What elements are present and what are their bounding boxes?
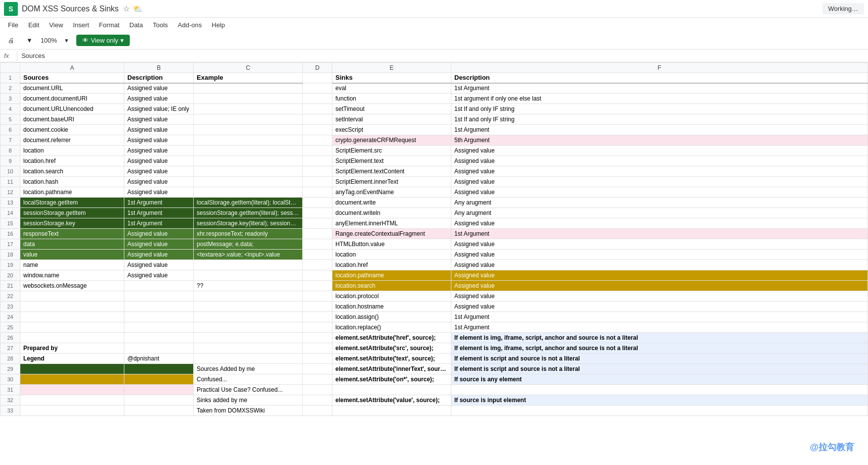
cell-22-A[interactable] — [20, 291, 124, 302]
cell-28-F[interactable]: If element is script and source is not a… — [451, 354, 868, 364]
cell-22-B[interactable] — [124, 291, 194, 302]
cell-19-E[interactable]: location.href — [332, 260, 451, 270]
cell-20-D[interactable] — [303, 270, 332, 281]
cell-12-F[interactable]: Assigned value — [451, 187, 868, 198]
cell-16-F[interactable]: 1st Argument — [451, 229, 868, 239]
cell-3-D[interactable] — [303, 94, 332, 104]
spreadsheet[interactable]: A B C D E F 1SourcesDescriptionExampleSi… — [0, 62, 868, 465]
menu-edit[interactable]: Edit — [24, 20, 43, 30]
cell-7-E[interactable]: crypto.generateCRFMRequest — [332, 135, 451, 146]
cell-2-F[interactable]: 1st Argument — [451, 83, 868, 94]
cell-25-E[interactable]: location.replace() — [332, 322, 451, 333]
cell-18-A[interactable]: value — [20, 250, 124, 260]
cell-5-D[interactable] — [303, 114, 332, 125]
cell-16-D[interactable] — [303, 229, 332, 239]
cell-4-B[interactable]: Assigned value; IE only — [124, 104, 194, 114]
cell-23-D[interactable] — [303, 302, 332, 312]
cell-31-D[interactable] — [303, 385, 332, 395]
cell-30-F[interactable]: If source is any element — [451, 374, 868, 385]
cell-21-A[interactable]: websockets.onMessage — [20, 281, 124, 291]
cell-30-C[interactable]: Confused... — [194, 374, 303, 385]
cell-15-D[interactable] — [303, 218, 332, 229]
col-header-b[interactable]: B — [124, 63, 194, 73]
cell-24-D[interactable] — [303, 312, 332, 322]
cell-20-C[interactable] — [194, 270, 303, 281]
cell-9-B[interactable]: Assigned value — [124, 156, 194, 166]
star-icon[interactable]: ☆ — [123, 4, 130, 13]
cell-1-D[interactable] — [303, 73, 332, 83]
cell-8-E[interactable]: ScriptElement.src — [332, 146, 451, 156]
col-header-d[interactable]: D — [303, 63, 332, 73]
cell-26-E[interactable]: element.setAttribute('href', source); — [332, 333, 451, 343]
menu-data[interactable]: Data — [125, 20, 147, 30]
col-header-c[interactable]: C — [194, 63, 303, 73]
cell-14-E[interactable]: document.writeln — [332, 208, 451, 218]
cell-24-F[interactable]: 1st Argument — [451, 312, 868, 322]
cell-11-E[interactable]: ScriptElement.innerText — [332, 177, 451, 187]
cell-2-B[interactable]: Assigned value — [124, 83, 194, 94]
cell-13-E[interactable]: document.write — [332, 198, 451, 208]
cell-2-C[interactable] — [194, 83, 303, 94]
cell-30-E[interactable]: element.setAttribute('on*', source); — [332, 374, 451, 385]
cell-12-E[interactable]: anyTag.onEventName — [332, 187, 451, 198]
cell-18-C[interactable]: <textarea>.value; <input>.value — [194, 250, 303, 260]
cell-23-E[interactable]: location.hostname — [332, 302, 451, 312]
cell-17-D[interactable] — [303, 239, 332, 250]
cell-21-E[interactable]: location.search — [332, 281, 451, 291]
cell-4-A[interactable]: document.URLUnencoded — [20, 104, 124, 114]
cell-23-C[interactable] — [194, 302, 303, 312]
cell-30-A[interactable] — [20, 374, 124, 385]
cell-13-B[interactable]: 1st Argument — [124, 198, 194, 208]
cell-1-A[interactable]: Sources — [20, 73, 124, 83]
menu-help[interactable]: Help — [208, 20, 229, 30]
cell-4-D[interactable] — [303, 104, 332, 114]
cell-32-D[interactable] — [303, 395, 332, 406]
cell-6-D[interactable] — [303, 125, 332, 135]
menu-insert[interactable]: Insert — [69, 20, 93, 30]
cell-29-E[interactable]: element.setAttribute('innerText', source… — [332, 364, 451, 374]
col-header-e[interactable]: E — [332, 63, 451, 73]
cell-6-E[interactable]: execScript — [332, 125, 451, 135]
cell-31-B[interactable] — [124, 385, 194, 395]
cell-15-E[interactable]: anyElement.innerHTML — [332, 218, 451, 229]
cell-9-A[interactable]: location.href — [20, 156, 124, 166]
cell-13-A[interactable]: localStorage.getItem — [20, 198, 124, 208]
cell-17-E[interactable]: HTMLButton.value — [332, 239, 451, 250]
cell-23-F[interactable]: Assigned value — [451, 302, 868, 312]
cell-13-C[interactable]: localStorage.getItem(literal); localStor… — [194, 198, 303, 208]
menu-tools[interactable]: Tools — [149, 20, 171, 30]
cell-7-F[interactable]: 5th Argument — [451, 135, 868, 146]
cell-15-C[interactable]: sessionStorage.key(literal); sessionStor… — [194, 218, 303, 229]
cell-32-C[interactable]: Sinks added by me — [194, 395, 303, 406]
cell-13-D[interactable] — [303, 198, 332, 208]
cell-24-A[interactable] — [20, 312, 124, 322]
cell-29-B[interactable] — [124, 364, 194, 374]
menu-addons[interactable]: Add-ons — [174, 20, 206, 30]
cell-32-E[interactable]: element.setAttribute('value', source); — [332, 395, 451, 406]
cell-11-C[interactable] — [194, 177, 303, 187]
cell-14-F[interactable]: Any arugment — [451, 208, 868, 218]
cell-30-B[interactable] — [124, 374, 194, 385]
cell-20-E[interactable]: location.pathname — [332, 270, 451, 281]
cell-21-D[interactable] — [303, 281, 332, 291]
cell-27-F[interactable]: If element is img, iframe, script, ancho… — [451, 343, 868, 354]
cell-31-E[interactable] — [332, 385, 451, 395]
cell-14-A[interactable]: sessionStorage.getItem — [20, 208, 124, 218]
cell-5-A[interactable]: document.baseURI — [20, 114, 124, 125]
cell-25-C[interactable] — [194, 322, 303, 333]
cell-2-E[interactable]: eval — [332, 83, 451, 94]
cell-19-B[interactable]: Assigned value — [124, 260, 194, 270]
cell-28-B[interactable]: @dpnishant — [124, 354, 194, 364]
col-header-f[interactable]: F — [451, 63, 868, 73]
cell-7-C[interactable] — [194, 135, 303, 146]
cell-31-F[interactable] — [451, 385, 868, 395]
cell-4-E[interactable]: setTimeout — [332, 104, 451, 114]
cell-1-B[interactable]: Description — [124, 73, 194, 83]
cell-28-E[interactable]: element.setAttribute('text', source); — [332, 354, 451, 364]
view-only-button[interactable]: 👁 View only ▾ — [76, 35, 129, 46]
cell-12-C[interactable] — [194, 187, 303, 198]
cell-1-C[interactable]: Example — [194, 73, 303, 83]
cell-15-B[interactable]: 1st Argument — [124, 218, 194, 229]
cell-4-C[interactable] — [194, 104, 303, 114]
cell-24-C[interactable] — [194, 312, 303, 322]
